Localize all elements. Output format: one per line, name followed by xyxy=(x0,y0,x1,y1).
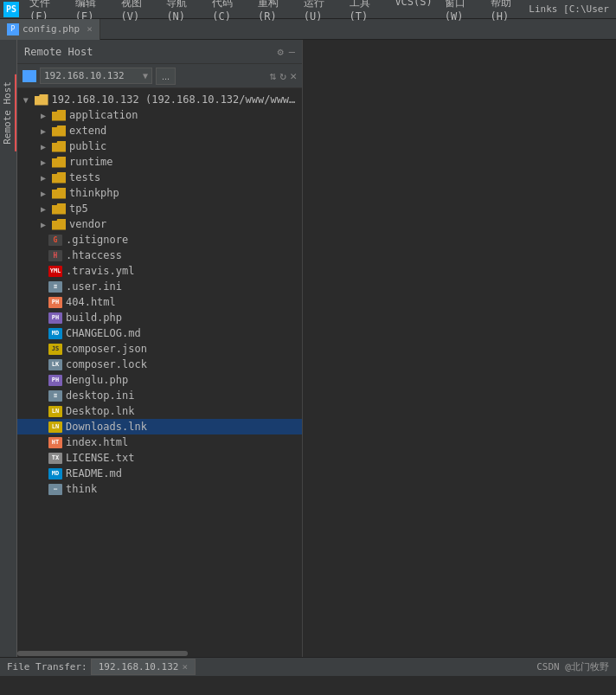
list-item[interactable]: LN Downloads.lnk xyxy=(17,419,302,434)
file-type-icon: — xyxy=(48,484,62,495)
list-item[interactable]: JS composer.json xyxy=(17,341,302,357)
expand-icon: ▶ xyxy=(38,173,48,183)
host-selector: 192.168.10.132 ▼ ... ⇅ ↻ ✕ xyxy=(17,64,302,88)
file-name: desktop.ini xyxy=(66,389,134,402)
file-name: Desktop.lnk xyxy=(66,405,134,417)
list-item[interactable]: LN Desktop.lnk xyxy=(17,403,302,419)
panel-controls: ⚙ — xyxy=(278,46,295,58)
menu-navigate[interactable]: 导航(N) xyxy=(161,0,205,24)
menu-help[interactable]: 帮助(H) xyxy=(485,0,529,24)
list-item[interactable]: ≡ desktop.ini xyxy=(17,388,302,403)
expand-icon: ▶ xyxy=(38,142,48,151)
transfer-close-icon[interactable]: × xyxy=(182,661,188,672)
folder-name: application xyxy=(69,109,138,121)
file-type-icon: LK xyxy=(48,359,62,370)
close-panel-icon[interactable]: ✕ xyxy=(290,69,297,82)
list-item[interactable]: ▶ tests xyxy=(17,170,302,185)
list-item[interactable]: ▶ application xyxy=(17,107,302,123)
chevron-down-icon: ▼ xyxy=(143,71,148,80)
file-name: composer.lock xyxy=(66,358,147,370)
folder-icon xyxy=(52,188,66,199)
tree-root-item[interactable]: ▼ 192.168.10.132 (192.168.10.132/www/www… xyxy=(17,92,302,107)
transfer-host-tab[interactable]: 192.168.10.132 × xyxy=(91,659,196,675)
file-name: 404.html xyxy=(66,296,116,308)
file-type-icon: PH xyxy=(48,312,62,324)
menu-code[interactable]: 代码(C) xyxy=(207,0,251,24)
menubar-path: Links [C:\User xyxy=(529,3,613,15)
content-area xyxy=(303,40,616,657)
folder-name: tests xyxy=(69,171,100,183)
list-item[interactable]: ▶ extend xyxy=(17,123,302,138)
list-item[interactable]: ▶ public xyxy=(17,138,302,154)
scrollbar-thumb[interactable] xyxy=(17,651,188,656)
file-name: index.html xyxy=(66,436,128,448)
root-label: 192.168.10.132 (192.168.10.132/www/wwwro… xyxy=(52,93,298,106)
file-name: .gitignore xyxy=(66,234,128,246)
file-tree[interactable]: ▼ 192.168.10.132 (192.168.10.132/www/www… xyxy=(17,88,302,650)
statusbar-right: CSDN @北门牧野 xyxy=(536,660,609,673)
file-type-icon: YML xyxy=(48,266,62,277)
tab-close-icon[interactable]: × xyxy=(87,23,93,35)
file-type-icon: PH xyxy=(48,375,62,386)
host-action-btns: ⇅ ↻ ✕ xyxy=(270,69,297,82)
file-type-icon: H xyxy=(48,250,62,261)
settings-icon[interactable]: ⚙ xyxy=(278,46,284,58)
tab-label: config.php xyxy=(22,23,80,35)
expand-icon: ▶ xyxy=(38,204,48,214)
app-logo: PS xyxy=(3,2,19,17)
list-item[interactable]: — think xyxy=(17,481,302,497)
menu-view[interactable]: 视图(V) xyxy=(116,0,160,24)
list-item[interactable]: ▶ runtime xyxy=(17,154,302,170)
list-item[interactable]: PH build.php xyxy=(17,310,302,325)
expand-icon: ▼ xyxy=(21,95,31,105)
file-name: denglu.php xyxy=(66,374,128,386)
list-item[interactable]: H .htaccess xyxy=(17,248,302,263)
file-type-icon: TX xyxy=(48,453,62,464)
expand-icon: ▶ xyxy=(38,220,48,229)
expand-icon: ▶ xyxy=(38,189,48,198)
list-item[interactable]: MD CHANGELOG.md xyxy=(17,325,302,341)
list-item[interactable]: YML .travis.yml xyxy=(17,263,302,279)
transfer-label: File Transfer: xyxy=(7,661,87,672)
list-item[interactable]: PH 404.html xyxy=(17,294,302,310)
list-item[interactable]: ▶ vendor xyxy=(17,216,302,232)
host-dropdown-value: 192.168.10.132 xyxy=(44,70,125,81)
sort-icon[interactable]: ⇅ xyxy=(270,69,277,82)
side-tab: Remote Host xyxy=(0,40,17,657)
list-item[interactable]: MD README.md xyxy=(17,466,302,481)
host-dots-button[interactable]: ... xyxy=(156,68,176,85)
list-item[interactable]: ≡ .user.ini xyxy=(17,279,302,294)
file-type-icon: ≡ xyxy=(48,281,62,293)
statusbar-left: File Transfer: 192.168.10.132 × xyxy=(7,659,196,675)
menu-tools[interactable]: 工具(T) xyxy=(344,0,388,24)
list-item[interactable]: G .gitignore xyxy=(17,232,302,248)
file-name: think xyxy=(66,483,97,495)
file-type-icon: G xyxy=(48,235,62,246)
list-item[interactable]: HT index.html xyxy=(17,434,302,450)
folder-name: tp5 xyxy=(69,203,88,215)
folder-name: thinkphp xyxy=(69,187,119,199)
host-dropdown[interactable]: 192.168.10.132 ▼ xyxy=(40,68,152,84)
menu-vcs[interactable]: VCS(S) xyxy=(389,0,437,24)
list-item[interactable]: TX LICENSE.txt xyxy=(17,450,302,466)
menu-window[interactable]: 窗口(W) xyxy=(440,0,484,24)
list-item[interactable]: LK composer.lock xyxy=(17,357,302,372)
list-item[interactable]: ▶ thinkphp xyxy=(17,185,302,201)
file-name: CHANGELOG.md xyxy=(66,327,141,339)
tab-config-php[interactable]: P config.php × xyxy=(0,19,100,40)
menu-run[interactable]: 运行(U) xyxy=(298,0,343,24)
menubar: PS 文件(F) 编辑(E) 视图(V) 导航(N) 代码(C) 重构(R) 运… xyxy=(0,0,616,19)
folder-icon xyxy=(52,203,66,215)
side-tab-label[interactable]: Remote Host xyxy=(0,74,16,151)
list-item[interactable]: PH denglu.php xyxy=(17,372,302,388)
folder-name: extend xyxy=(69,125,106,137)
transfer-host-value: 192.168.10.132 xyxy=(99,661,179,672)
list-item[interactable]: ▶ tp5 xyxy=(17,201,302,216)
folder-icon xyxy=(52,141,66,152)
root-folder-icon xyxy=(35,94,48,106)
expand-icon: ▶ xyxy=(38,158,48,167)
panel-scrollbar[interactable] xyxy=(17,650,302,657)
refresh-icon[interactable]: ↻ xyxy=(279,69,286,82)
minimize-icon[interactable]: — xyxy=(289,46,295,58)
menu-refactor[interactable]: 重构(R) xyxy=(253,0,297,24)
